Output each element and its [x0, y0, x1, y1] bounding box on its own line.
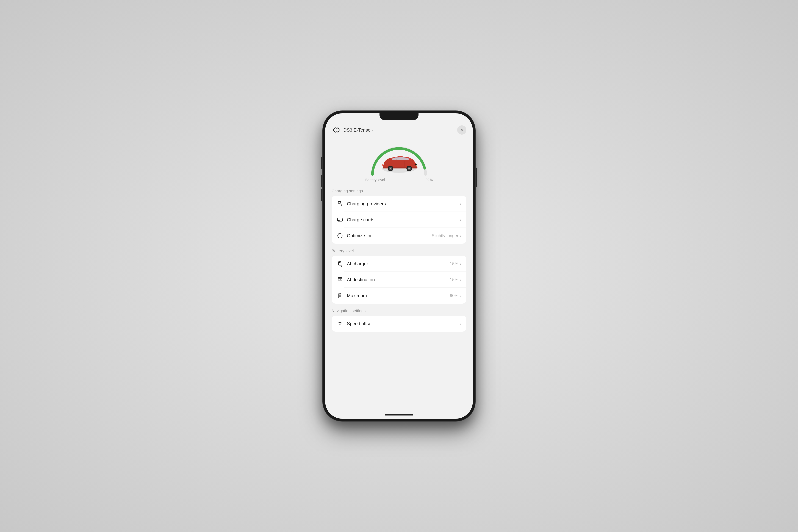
optimize-icon: [337, 232, 343, 239]
svg-rect-31: [339, 296, 341, 297]
car-image: [378, 151, 420, 176]
battery-level-section: Battery level A: [325, 244, 473, 304]
at-destination-icon: [337, 276, 343, 283]
charging-settings-section: Charging settings: [325, 184, 473, 244]
svg-rect-19: [339, 262, 341, 263]
at-charger-row[interactable]: At charger 15% ›: [331, 256, 467, 272]
optimize-for-label: Optimize for: [347, 233, 432, 239]
speed-offset-label: Speed offset: [347, 321, 460, 326]
navigation-settings-title: Navigation settings: [331, 308, 467, 313]
svg-point-36: [340, 324, 341, 325]
speed-offset-row[interactable]: Speed offset ›: [331, 316, 467, 331]
at-charger-value: 15%: [450, 261, 458, 266]
car-name-row[interactable]: DS3 E-Tense ›: [343, 127, 373, 133]
charging-providers-icon: [337, 201, 343, 207]
home-indicator[interactable]: [385, 414, 413, 416]
screen-content: DS3 E-Tense › ×: [325, 113, 473, 419]
svg-rect-22: [338, 278, 342, 281]
svg-point-7: [408, 168, 410, 169]
charging-settings-title: Charging settings: [331, 189, 467, 193]
maximum-label: Maximum: [347, 293, 450, 299]
close-button[interactable]: ×: [457, 126, 467, 135]
charge-cards-chevron-icon: ›: [460, 217, 461, 222]
navigation-settings-card: Speed offset ›: [331, 316, 467, 331]
at-destination-value: 15%: [450, 277, 458, 282]
charge-cards-icon: [337, 216, 343, 223]
car-name: DS3 E-Tense: [343, 127, 370, 133]
charging-providers-chevron-icon: ›: [460, 202, 461, 206]
svg-point-4: [390, 168, 392, 169]
svg-rect-11: [338, 202, 341, 203]
optimize-for-chevron-icon: ›: [460, 233, 461, 238]
at-charger-label: At charger: [347, 261, 450, 267]
battery-labels: Battery level 92%: [365, 178, 433, 182]
phone-screen: DS3 E-Tense › ×: [325, 113, 473, 419]
maximum-value: 90%: [450, 293, 458, 298]
phone-device: DS3 E-Tense › ×: [323, 111, 475, 421]
notch: [380, 113, 418, 120]
at-charger-icon: [337, 260, 343, 267]
charging-providers-row[interactable]: Charging providers ›: [331, 196, 467, 212]
svg-rect-25: [340, 279, 341, 280]
ds-logo-icon: [331, 127, 341, 134]
battery-level-card: At charger 15% ›: [331, 256, 467, 304]
car-name-chevron-icon: ›: [372, 128, 373, 132]
header: DS3 E-Tense › ×: [325, 122, 473, 136]
optimize-for-value: Slightly longer: [432, 233, 458, 238]
battery-percent-value: 92%: [425, 178, 433, 182]
maximum-icon: [337, 292, 343, 299]
charging-providers-label: Charging providers: [347, 201, 460, 207]
bottom-spacer: [325, 331, 473, 346]
maximum-row[interactable]: Maximum 90% ›: [331, 288, 467, 304]
charge-cards-label: Charge cards: [347, 217, 460, 223]
battery-level-title: Battery level: [331, 249, 467, 253]
at-destination-label: At destination: [347, 277, 450, 283]
gauge-container: [365, 140, 433, 177]
speed-offset-icon: [337, 320, 343, 327]
svg-rect-16: [338, 220, 340, 221]
at-destination-chevron-icon: ›: [460, 277, 461, 282]
at-destination-row[interactable]: At destination 15% ›: [331, 272, 467, 288]
charge-cards-row[interactable]: Charge cards ›: [331, 212, 467, 228]
optimize-for-row[interactable]: Optimize for Slightly longer ›: [331, 228, 467, 244]
battery-level-label: Battery level: [365, 178, 385, 182]
charging-settings-card: Charging providers › Charge cards: [331, 196, 467, 244]
navigation-settings-section: Navigation settings: [325, 304, 473, 331]
svg-rect-24: [339, 279, 339, 280]
header-left: DS3 E-Tense ›: [331, 127, 373, 134]
at-charger-chevron-icon: ›: [460, 261, 461, 266]
speed-offset-chevron-icon: ›: [460, 321, 461, 326]
maximum-chevron-icon: ›: [460, 293, 461, 298]
svg-rect-14: [338, 218, 342, 221]
battery-gauge-area: Battery level 92%: [325, 136, 473, 184]
